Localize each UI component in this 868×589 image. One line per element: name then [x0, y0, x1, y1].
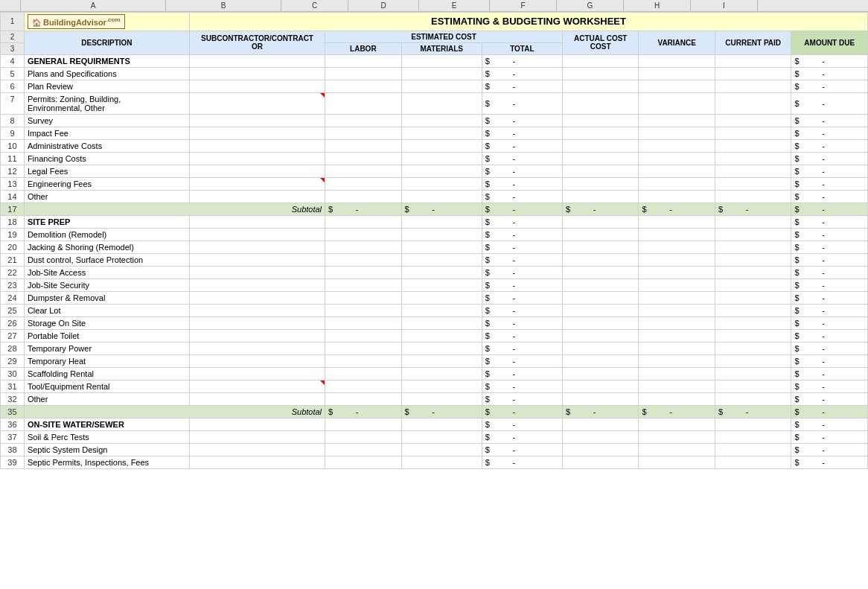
row-4-h[interactable]	[715, 54, 791, 67]
row-14-b[interactable]	[189, 190, 325, 203]
row-9-b[interactable]	[189, 127, 325, 139]
row-5-e[interactable]: $ -	[482, 67, 562, 80]
subtotal-17-c[interactable]: $ -	[325, 203, 402, 215]
row-10-c[interactable]	[325, 139, 402, 152]
row-6-d[interactable]	[401, 80, 482, 92]
subtotal-17-d[interactable]: $ -	[401, 203, 482, 215]
row-10-desc[interactable]: Administrative Costs	[24, 139, 189, 152]
row-7-h[interactable]	[715, 92, 791, 114]
row-11-d[interactable]	[401, 152, 482, 165]
subtotal-35-e[interactable]: $ -	[482, 405, 562, 418]
subtotal-35-f[interactable]: $ -	[562, 405, 639, 418]
row-9-d[interactable]	[401, 127, 482, 139]
row-4-g[interactable]	[639, 54, 715, 67]
row-10-b[interactable]	[189, 139, 325, 152]
row-31-desc[interactable]: Tool/Equipment Rental	[24, 380, 189, 392]
row-29-desc[interactable]: Temporary Heat	[24, 354, 189, 367]
subtotal-35-h[interactable]: $ -	[715, 405, 791, 418]
row-14-c[interactable]	[325, 190, 402, 203]
subtotal-35-d[interactable]: $ -	[401, 405, 482, 418]
row-14-f[interactable]	[562, 190, 639, 203]
row-14-e[interactable]: $ -	[482, 190, 562, 203]
row-9-g[interactable]	[639, 127, 715, 139]
row-18-g[interactable]	[639, 215, 715, 228]
subtotal-35-c[interactable]: $ -	[325, 405, 402, 418]
row-13-f[interactable]	[562, 177, 639, 190]
row-12-h[interactable]	[715, 165, 791, 177]
row-5-desc[interactable]: Plans and Specifications	[24, 67, 189, 80]
row-14-desc[interactable]: Other	[24, 190, 189, 203]
row-8-h[interactable]	[715, 114, 791, 127]
row-5-i[interactable]: $ -	[791, 67, 868, 80]
subtotal-17-g[interactable]: $ -	[639, 203, 715, 215]
row-8-f[interactable]	[562, 114, 639, 127]
row-14-i[interactable]: $ -	[791, 190, 868, 203]
subtotal-label-17[interactable]: Subtotal	[24, 203, 325, 215]
row-31-b[interactable]	[189, 380, 325, 392]
row-10-h[interactable]	[715, 139, 791, 152]
row-5-g[interactable]	[639, 67, 715, 80]
row-11-i[interactable]: $ -	[791, 152, 868, 165]
row-12-g[interactable]	[639, 165, 715, 177]
row-11-b[interactable]	[189, 152, 325, 165]
row-11-desc[interactable]: Financing Costs	[24, 152, 189, 165]
row-5-h[interactable]	[715, 67, 791, 80]
row-12-i[interactable]: $ -	[791, 165, 868, 177]
row-18-c[interactable]	[325, 215, 402, 228]
subtotal-35-i[interactable]: $ -	[791, 405, 868, 418]
row-8-d[interactable]	[401, 114, 482, 127]
row-10-e[interactable]: $ -	[482, 139, 562, 152]
row-23-desc[interactable]: Job-Site Security	[24, 278, 189, 291]
row-5-c[interactable]	[325, 67, 402, 80]
row-9-f[interactable]	[562, 127, 639, 139]
row-8-i[interactable]: $ -	[791, 114, 868, 127]
subtotal-17-e[interactable]: $ -	[482, 203, 562, 215]
row-10-d[interactable]	[401, 139, 482, 152]
row-37-desc[interactable]: Soil & Perc Tests	[24, 430, 189, 443]
row-13-h[interactable]	[715, 177, 791, 190]
row-18-d[interactable]	[401, 215, 482, 228]
row-4-f[interactable]	[562, 54, 639, 67]
general-section-header[interactable]: GENERAL REQUIRMENTS	[24, 54, 189, 67]
row-7-e[interactable]: $ -	[482, 92, 562, 114]
row-6-b[interactable]	[189, 80, 325, 92]
row-19-b[interactable]	[189, 228, 325, 241]
row-20-desc[interactable]: Jacking & Shoring (Remodel)	[24, 241, 189, 253]
row-13-d[interactable]	[401, 177, 482, 190]
row-4-c[interactable]	[325, 54, 402, 67]
row-38-desc[interactable]: Septic System Design	[24, 443, 189, 456]
row-32-desc[interactable]: Other	[24, 392, 189, 405]
row-28-desc[interactable]: Temporary Power	[24, 342, 189, 354]
siteprep-section-header[interactable]: SITE PREP	[24, 215, 189, 228]
row-18-b[interactable]	[189, 215, 325, 228]
subtotal-35-g[interactable]: $ -	[639, 405, 715, 418]
row-13-desc[interactable]: Engineering Fees	[24, 177, 189, 190]
row-4-e[interactable]: $ -	[482, 54, 562, 67]
row-8-e[interactable]: $ -	[482, 114, 562, 127]
row-13-c[interactable]	[325, 177, 402, 190]
row-13-g[interactable]	[639, 177, 715, 190]
row-7-i[interactable]: $ -	[791, 92, 868, 114]
water-section-header[interactable]: ON-SITE WATER/SEWER	[24, 418, 189, 430]
row-12-d[interactable]	[401, 165, 482, 177]
row-11-e[interactable]: $ -	[482, 152, 562, 165]
row-30-desc[interactable]: Scaffolding Rental	[24, 367, 189, 380]
subtotal-17-h[interactable]: $ -	[715, 203, 791, 215]
row-4-b[interactable]	[189, 54, 325, 67]
row-25-desc[interactable]: Clear Lot	[24, 304, 189, 316]
row-9-h[interactable]	[715, 127, 791, 139]
row-7-desc[interactable]: Permits: Zoning, Building,Environmental,…	[24, 92, 189, 114]
row-12-f[interactable]	[562, 165, 639, 177]
subtotal-17-f[interactable]: $ -	[562, 203, 639, 215]
row-18-f[interactable]	[562, 215, 639, 228]
row-6-f[interactable]	[562, 80, 639, 92]
row-6-i[interactable]: $ -	[791, 80, 868, 92]
row-10-i[interactable]: $ -	[791, 139, 868, 152]
row-5-b[interactable]	[189, 67, 325, 80]
row-22-desc[interactable]: Job-Site Access	[24, 266, 189, 278]
row-5-f[interactable]	[562, 67, 639, 80]
row-7-b[interactable]	[189, 92, 325, 114]
row-8-c[interactable]	[325, 114, 402, 127]
row-9-desc[interactable]: Impact Fee	[24, 127, 189, 139]
row-9-i[interactable]: $ -	[791, 127, 868, 139]
